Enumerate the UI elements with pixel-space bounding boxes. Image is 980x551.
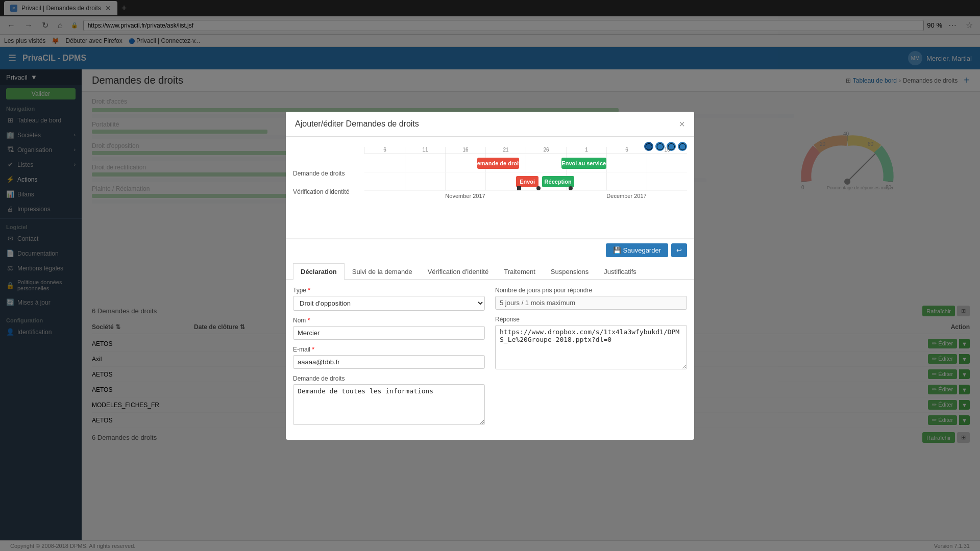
save-icon: 💾 [613, 246, 621, 254]
tick-1: 6 [364, 147, 405, 154]
connector-dot-2 [536, 186, 541, 190]
demande-textarea[interactable]: Demande de toutes les informations [293, 384, 485, 425]
tab-declaration[interactable]: Déclaration [293, 263, 345, 280]
modal-dialog: Ajouter/éditer Demandes de droits × ◯ ◯ … [286, 112, 694, 440]
email-label: E-mail * [293, 346, 485, 353]
gantt-bar-reception: Réception [542, 176, 574, 187]
form-group-email: E-mail * [293, 346, 485, 369]
tick-8: 16 [647, 147, 687, 154]
email-input[interactable] [293, 355, 485, 369]
connector-dot-3 [569, 186, 573, 190]
month-december: December 2017 [566, 193, 687, 199]
modal-header: Ajouter/éditer Demandes de droits × [286, 112, 694, 137]
gantt-chart: 6 11 16 21 26 1 6 16 [364, 142, 687, 201]
form-group-demande: Demande de droits Demande de toutes les … [293, 375, 485, 427]
modal-actions: 💾 Sauvegarder ↩ [286, 239, 694, 261]
save-button[interactable]: 💾 Sauvegarder [606, 243, 668, 257]
gantt-labels: Demande de droits Vérification d'identit… [293, 142, 364, 201]
save-label: Sauvegarder [623, 246, 661, 254]
modal-body: ◯ ◯ ◯ ◯ Demande de droits Vérification d… [286, 137, 694, 440]
tick-2: 11 [405, 147, 445, 154]
tick-6: 1 [566, 147, 606, 154]
form-col-right: Nombre de jours pris pour répondre Répon… [495, 287, 687, 433]
gantt-container: Demande de droits Vérification d'identit… [293, 142, 687, 201]
modal-title: Ajouter/éditer Demandes de droits [295, 119, 419, 129]
form-area: Type * Droit d'opposition Droit d'accès … [286, 280, 694, 440]
jours-input [495, 296, 687, 310]
reponse-textarea[interactable]: https://www.dropbox.com/s/1tx4la3wfybukd… [495, 325, 687, 369]
form-group-type: Type * Droit d'opposition Droit d'accès … [293, 287, 485, 311]
tick-3: 16 [445, 147, 485, 154]
tick-7: 6 [606, 147, 647, 154]
tick-4: 21 [485, 147, 526, 154]
tab-suivi[interactable]: Suivi de la demande [345, 263, 420, 280]
gantt-rows-area: Demande de droits Envoi au service [364, 154, 687, 191]
type-select[interactable]: Droit d'opposition Droit d'accès Portabi… [293, 296, 485, 311]
tab-justificatifs[interactable]: Justificatifs [596, 263, 644, 280]
month-labels: November 2017 December 2017 [364, 193, 687, 199]
type-required: * [308, 287, 310, 294]
connector-dot-1 [517, 186, 521, 190]
gantt-bar-envoi: Envoi [516, 176, 538, 187]
form-col-left: Type * Droit d'opposition Droit d'accès … [293, 287, 485, 433]
demande-label: Demande de droits [293, 375, 485, 382]
gantt-area: ◯ ◯ ◯ ◯ Demande de droits Vérification d… [286, 137, 694, 239]
month-november: November 2017 [364, 193, 566, 199]
modal-tabs: Déclaration Suivi de la demande Vérifica… [286, 263, 694, 280]
email-required: * [312, 346, 314, 353]
tick-5: 26 [526, 147, 566, 154]
gantt-row-demande: Demande de droits Envoi au service [364, 154, 687, 172]
modal-overlay[interactable]: Ajouter/éditer Demandes de droits × ◯ ◯ … [0, 0, 980, 551]
gantt-label-demande: Demande de droits [293, 164, 364, 183]
gantt-row-verification: Réception Envoi [364, 172, 687, 191]
gantt-bar-envoi-service: Envoi au service [561, 158, 606, 169]
gantt-label-verification: Vérification d'identité [293, 183, 364, 201]
form-group-nom: Nom * [293, 317, 485, 340]
modal-close-button[interactable]: × [679, 119, 685, 129]
form-row-1: Type * Droit d'opposition Droit d'accès … [293, 287, 687, 433]
gantt-bar-demande: Demande de droits [477, 158, 519, 169]
form-group-jours: Nombre de jours pris pour répondre [495, 287, 687, 310]
save-back-button[interactable]: ↩ [671, 243, 687, 257]
tab-suspensions[interactable]: Suspensions [543, 263, 596, 280]
jours-label: Nombre de jours pris pour répondre [495, 287, 687, 294]
type-label: Type * [293, 287, 485, 294]
tab-traitement[interactable]: Traitement [496, 263, 543, 280]
nom-input[interactable] [293, 326, 485, 340]
reponse-label: Réponse [495, 316, 687, 323]
nom-required: * [308, 317, 310, 324]
nom-label: Nom * [293, 317, 485, 324]
tab-verification[interactable]: Vérification d'identité [420, 263, 497, 280]
form-group-reponse: Réponse https://www.dropbox.com/s/1tx4la… [495, 316, 687, 371]
